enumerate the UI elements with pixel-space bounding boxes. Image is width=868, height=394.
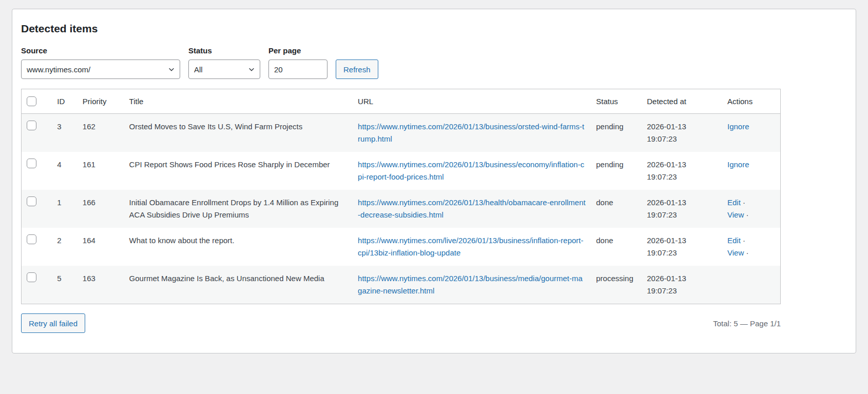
status-label: Status [188, 46, 260, 55]
item-url-link[interactable]: https://www.nytimes.com/live/2026/01/13/… [358, 236, 583, 257]
actions-cell: Edit · View · [722, 190, 781, 228]
actions-cell: Ignore [722, 114, 781, 152]
column-header-url: URL [353, 89, 591, 114]
url-cell: https://www.nytimes.com/2026/01/13/busin… [353, 152, 591, 190]
action-line: Edit · [727, 196, 775, 209]
source-filter-group: Source www.nytimes.com/ [21, 46, 180, 79]
detected-at-cell: 2026-01-13 19:07:23 [642, 228, 722, 266]
priority-cell: 161 [78, 152, 124, 190]
detected-at-cell: 2026-01-13 19:07:23 [642, 152, 722, 190]
per-page-label: Per page [268, 46, 327, 55]
select-all-checkbox[interactable] [27, 96, 36, 106]
item-url-link[interactable]: https://www.nytimes.com/2026/01/13/healt… [358, 198, 586, 219]
priority-cell: 163 [78, 266, 124, 304]
table-footer: Retry all failed Total: 5 — Page 1/1 [21, 313, 781, 333]
status-cell: processing [591, 266, 642, 304]
actions-cell: Ignore [722, 152, 781, 190]
table-row: 3 162 Orsted Moves to Save Its U.S, Wind… [22, 114, 781, 152]
row-checkbox[interactable] [27, 272, 36, 282]
status-cell: done [591, 228, 642, 266]
action-separator: · [746, 210, 748, 219]
item-url-link[interactable]: https://www.nytimes.com/2026/01/13/busin… [358, 122, 584, 143]
page-background: Detected items Source www.nytimes.com/ S… [0, 0, 868, 394]
table-row: 5 163 Gourmet Magazine Is Back, as Unsan… [22, 266, 781, 304]
per-page-filter-group: Per page [268, 46, 327, 79]
table-row: 4 161 CPI Report Shows Food Prices Rose … [22, 152, 781, 190]
row-checkbox[interactable] [27, 234, 36, 244]
column-header-priority: Priority [78, 89, 124, 114]
row-checkbox-cell [22, 152, 52, 190]
page-title: Detected items [21, 23, 847, 35]
refresh-button[interactable]: Refresh [336, 60, 378, 79]
actions-cell: Edit · View · [722, 228, 781, 266]
column-header-title: Title [124, 89, 353, 114]
column-header-id: ID [52, 89, 78, 114]
status-select[interactable]: All [188, 60, 260, 79]
actions-cell [722, 266, 781, 304]
detected-at-cell: 2026-01-13 19:07:23 [642, 114, 722, 152]
id-cell: 4 [52, 152, 78, 190]
source-select-wrap: www.nytimes.com/ [21, 60, 180, 79]
edit-link[interactable]: Edit [727, 236, 741, 245]
row-checkbox-cell [22, 190, 52, 228]
url-cell: https://www.nytimes.com/live/2026/01/13/… [353, 228, 591, 266]
table-header: ID Priority Title URL Status Detected at… [22, 89, 781, 114]
ignore-link[interactable]: Ignore [727, 160, 749, 169]
title-cell: What to know about the report. [124, 228, 353, 266]
select-all-header-cell [22, 89, 52, 114]
view-link[interactable]: View [727, 248, 744, 257]
status-cell: done [591, 190, 642, 228]
detected-at-cell: 2026-01-13 19:07:23 [642, 190, 722, 228]
action-separator: · [746, 248, 748, 257]
ignore-link[interactable]: Ignore [727, 122, 749, 131]
priority-cell: 162 [78, 114, 124, 152]
detected-items-panel: Detected items Source www.nytimes.com/ S… [12, 9, 856, 353]
edit-link[interactable]: Edit [727, 198, 741, 207]
url-cell: https://www.nytimes.com/2026/01/13/healt… [353, 190, 591, 228]
action-line: View · [727, 209, 775, 221]
title-cell: CPI Report Shows Food Prices Rose Sharpl… [124, 152, 353, 190]
per-page-input[interactable] [268, 60, 327, 79]
status-select-wrap: All [188, 60, 260, 79]
pagination-summary: Total: 5 — Page 1/1 [713, 319, 781, 328]
column-header-status: Status [591, 89, 642, 114]
title-cell: Initial Obamacare Enrollment Drops by 1.… [124, 190, 353, 228]
title-cell: Orsted Moves to Save Its U.S, Wind Farm … [124, 114, 353, 152]
row-checkbox-cell [22, 266, 52, 304]
priority-cell: 164 [78, 228, 124, 266]
item-url-link[interactable]: https://www.nytimes.com/2026/01/13/busin… [358, 160, 584, 181]
action-separator: · [743, 198, 745, 207]
table-row: 2 164 What to know about the report. htt… [22, 228, 781, 266]
action-line: Edit · [727, 234, 775, 247]
title-cell: Gourmet Magazine Is Back, as Unsanctione… [124, 266, 353, 304]
action-separator: · [743, 236, 745, 245]
filters-bar: Source www.nytimes.com/ Status All [21, 46, 847, 79]
row-checkbox-cell [22, 228, 52, 266]
column-header-detected-at: Detected at [642, 89, 722, 114]
source-label: Source [21, 46, 180, 55]
row-checkbox[interactable] [27, 196, 36, 206]
view-link[interactable]: View [727, 210, 744, 219]
retry-all-failed-button[interactable]: Retry all failed [21, 313, 85, 333]
id-cell: 3 [52, 114, 78, 152]
status-cell: pending [591, 152, 642, 190]
status-filter-group: Status All [188, 46, 260, 79]
action-line: View · [727, 247, 775, 259]
item-url-link[interactable]: https://www.nytimes.com/2026/01/13/busin… [358, 274, 583, 295]
detected-at-cell: 2026-01-13 19:07:23 [642, 266, 722, 304]
id-cell: 1 [52, 190, 78, 228]
row-checkbox[interactable] [27, 159, 36, 168]
id-cell: 2 [52, 228, 78, 266]
column-header-actions: Actions [722, 89, 781, 114]
detected-items-table: ID Priority Title URL Status Detected at… [21, 89, 781, 304]
row-checkbox[interactable] [27, 121, 36, 130]
url-cell: https://www.nytimes.com/2026/01/13/busin… [353, 266, 591, 304]
id-cell: 5 [52, 266, 78, 304]
priority-cell: 166 [78, 190, 124, 228]
url-cell: https://www.nytimes.com/2026/01/13/busin… [353, 114, 591, 152]
table-row: 1 166 Initial Obamacare Enrollment Drops… [22, 190, 781, 228]
row-checkbox-cell [22, 114, 52, 152]
source-select[interactable]: www.nytimes.com/ [21, 60, 180, 79]
status-cell: pending [591, 114, 642, 152]
